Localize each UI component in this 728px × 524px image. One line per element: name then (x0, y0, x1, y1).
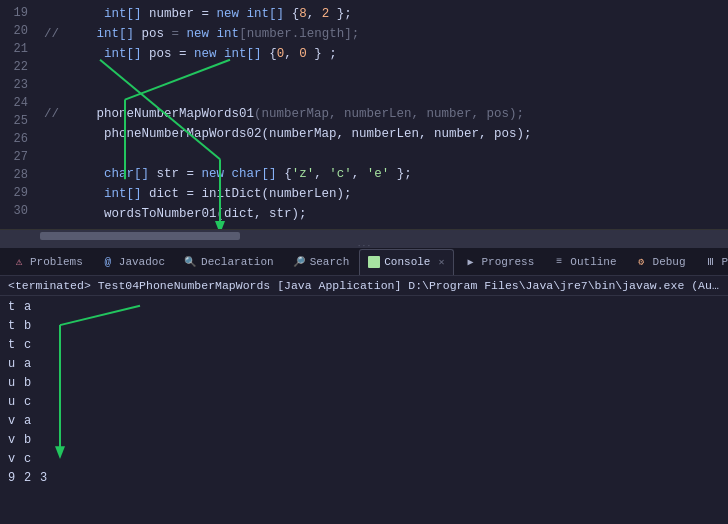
console-col1-2: t (8, 317, 24, 336)
line-num: 26 (4, 130, 28, 148)
console-col2-10: 2 (24, 469, 40, 488)
code-line-25: phoneNumberMapWords02(numberMap, numberL… (44, 124, 720, 144)
tab-pyunit[interactable]: Ⅲ PyUnit (696, 249, 728, 275)
line-num: 23 (4, 76, 28, 94)
declaration-icon: 🔍 (183, 255, 197, 269)
editor-scrollbar[interactable] (0, 230, 728, 242)
tab-declaration[interactable]: 🔍 Declaration (175, 249, 282, 275)
console-col1-5: u (8, 374, 24, 393)
tab-outline-label: Outline (570, 256, 616, 268)
code-line-28: int[] dict = initDict(numberLen); (44, 184, 720, 204)
console-line-2: t b (8, 317, 720, 336)
console-col2-3: c (24, 336, 40, 355)
code-line-22 (44, 64, 720, 84)
code-content[interactable]: int[] number = new int[] {8, 2 }; // int… (36, 0, 728, 229)
tab-javadoc[interactable]: @ Javadoc (93, 249, 173, 275)
line-num: 19 (4, 4, 28, 22)
console-line-3: t c (8, 336, 720, 355)
console-col1-3: t (8, 336, 24, 355)
tab-pyunit-label: PyUnit (722, 256, 728, 268)
line-num: 25 (4, 112, 28, 130)
tab-progress-label: Progress (482, 256, 535, 268)
console-header-text: <terminated> Test04PhoneNumberMapWords [… (8, 279, 728, 292)
search-icon: 🔎 (292, 255, 306, 269)
line-num: 27 (4, 148, 28, 166)
line-num: 24 (4, 94, 28, 112)
pyunit-icon: Ⅲ (704, 255, 718, 269)
tab-debug[interactable]: ⚙ Debug (627, 249, 694, 275)
tab-bar: ⚠ Problems @ Javadoc 🔍 Declaration 🔎 Sea… (0, 248, 728, 276)
console-col2-6: c (24, 393, 40, 412)
warning-icon: ⚠ (12, 255, 26, 269)
code-line-24: // phoneNumberMapWords01(numberMap, numb… (44, 104, 720, 124)
tab-console-close[interactable]: ✕ (438, 256, 444, 268)
console-line-6: u c (8, 393, 720, 412)
console-col2-2: b (24, 317, 40, 336)
console-col2-1: a (24, 298, 40, 317)
tab-search[interactable]: 🔎 Search (284, 249, 358, 275)
console-output[interactable]: t a t b t c u a u b (0, 296, 728, 490)
console-col1-7: v (8, 412, 24, 431)
debug-icon: ⚙ (635, 255, 649, 269)
resize-dots: ··· (349, 244, 379, 247)
code-line-29: wordsToNumber01(dict, str); (44, 204, 720, 224)
console-line-7: v a (8, 412, 720, 431)
code-line-19: int[] number = new int[] {8, 2 }; (44, 4, 720, 24)
line-num: 21 (4, 40, 28, 58)
console-area: <terminated> Test04PhoneNumberMapWords [… (0, 276, 728, 524)
tab-console-label: Console (384, 256, 430, 268)
console-icon (368, 256, 380, 268)
code-line-27: char[] str = new char[] {'z', 'c', 'e' }… (44, 164, 720, 184)
line-num: 29 (4, 184, 28, 202)
tab-console[interactable]: Console ✕ (359, 249, 453, 275)
console-header: <terminated> Test04PhoneNumberMapWords [… (0, 276, 728, 296)
console-col2-7: a (24, 412, 40, 431)
tab-javadoc-label: Javadoc (119, 256, 165, 268)
outline-icon: ≡ (552, 255, 566, 269)
code-line-23 (44, 84, 720, 104)
scrollbar-thumb[interactable] (40, 232, 240, 240)
tab-problems[interactable]: ⚠ Problems (4, 249, 91, 275)
progress-icon: ▶ (464, 255, 478, 269)
console-col1-1: t (8, 298, 24, 317)
tab-progress[interactable]: ▶ Progress (456, 249, 543, 275)
console-col1-6: u (8, 393, 24, 412)
main-container: 19 20 21 22 23 24 25 26 27 28 29 30 int[… (0, 0, 728, 524)
console-line-1: t a (8, 298, 720, 317)
console-line-8: v b (8, 431, 720, 450)
console-line-9: v c (8, 450, 720, 469)
editor-area: 19 20 21 22 23 24 25 26 27 28 29 30 int[… (0, 0, 728, 230)
tab-declaration-label: Declaration (201, 256, 274, 268)
console-line-10: 9 2 3 (8, 469, 720, 488)
console-col2-9: c (24, 450, 40, 469)
code-line-20: // int[] pos = new int[number.length]; (44, 24, 720, 44)
code-line-26 (44, 144, 720, 164)
console-col1-9: v (8, 450, 24, 469)
code-line-21: int[] pos = new int[] {0, 0 } ; (44, 44, 720, 64)
tab-search-label: Search (310, 256, 350, 268)
line-num: 22 (4, 58, 28, 76)
tab-debug-label: Debug (653, 256, 686, 268)
line-num: 20 (4, 22, 28, 40)
code-line-30 (44, 224, 720, 229)
console-col2-8: b (24, 431, 40, 450)
tab-outline[interactable]: ≡ Outline (544, 249, 624, 275)
console-line-5: u b (8, 374, 720, 393)
console-col1-10: 9 (8, 469, 24, 488)
console-col3-10: 3 (40, 469, 56, 488)
tab-problems-label: Problems (30, 256, 83, 268)
console-col2-5: b (24, 374, 40, 393)
console-col2-4: a (24, 355, 40, 374)
line-numbers: 19 20 21 22 23 24 25 26 27 28 29 30 (0, 0, 36, 229)
console-col1-4: u (8, 355, 24, 374)
at-icon: @ (101, 255, 115, 269)
line-num: 28 (4, 166, 28, 184)
line-num: 30 (4, 202, 28, 220)
console-line-4: u a (8, 355, 720, 374)
console-col1-8: v (8, 431, 24, 450)
code-lines: 19 20 21 22 23 24 25 26 27 28 29 30 int[… (0, 0, 728, 229)
